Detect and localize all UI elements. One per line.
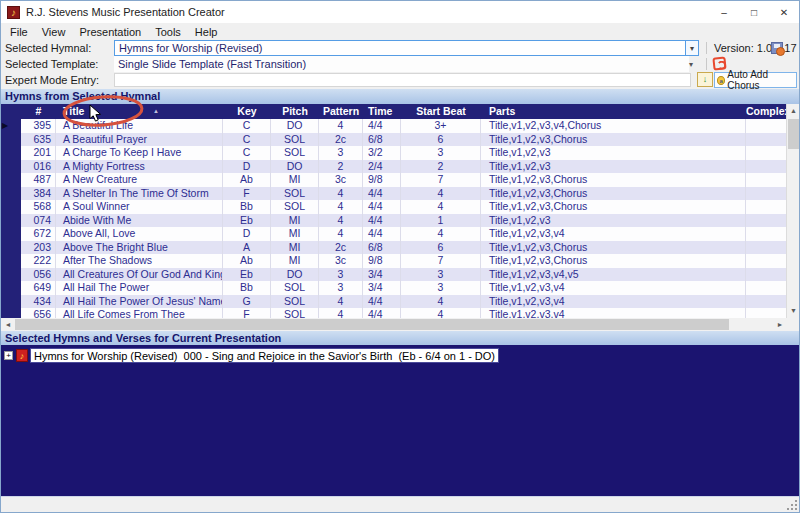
cell-time[interactable]: 4/4 xyxy=(363,119,401,133)
cell-number[interactable]: 384 xyxy=(21,187,56,201)
cell-number[interactable]: 649 xyxy=(21,281,56,295)
import-button[interactable]: ↓ xyxy=(697,72,713,87)
scroll-left-icon[interactable]: ◄ xyxy=(1,318,15,331)
cell-number[interactable]: 201 xyxy=(21,146,56,160)
expert-mode-entry-input[interactable] xyxy=(114,73,691,87)
hymnal-dropdown-arrow-icon[interactable]: ▾ xyxy=(685,41,698,55)
cell-pattern[interactable]: 4 xyxy=(319,119,363,133)
cell-time[interactable]: 3/4 xyxy=(363,268,401,282)
menu-presentation[interactable]: Presentation xyxy=(72,26,148,38)
horizontal-scrollbar-thumb[interactable] xyxy=(15,319,729,330)
table-row[interactable]: 384A Shelter In The Time Of StormFSOL44/… xyxy=(1,187,787,201)
cell-complex[interactable] xyxy=(746,160,787,174)
save-disk-icon[interactable] xyxy=(771,42,783,54)
cell-complex[interactable] xyxy=(746,281,787,295)
cell-key[interactable]: C xyxy=(223,133,271,147)
cell-time[interactable]: 9/8 xyxy=(363,173,401,187)
cell-key[interactable]: F xyxy=(223,187,271,201)
cell-parts[interactable]: Title,v1,v2,v3,Chorus xyxy=(481,254,746,268)
cell-pitch[interactable]: DO xyxy=(271,119,319,133)
cell-parts[interactable]: Title,v1,v2,v3,v4 xyxy=(481,227,746,241)
table-row[interactable]: 203Above The Bright BlueAMI2c6/86Title,v… xyxy=(1,241,787,255)
table-row[interactable]: 222After The ShadowsAbMI3c9/87Title,v1,v… xyxy=(1,254,787,268)
cell-parts[interactable]: Title,v1,v2,v3,v4,v5 xyxy=(481,268,746,282)
cell-title[interactable]: Above The Bright Blue xyxy=(56,241,223,255)
cell-time[interactable]: 2/4 xyxy=(363,160,401,174)
cell-number[interactable]: 074 xyxy=(21,214,56,228)
cell-start-beat[interactable]: 7 xyxy=(401,173,481,187)
template-combobox[interactable]: Single Slide Template (Fast Transition) xyxy=(114,56,689,72)
cell-pitch[interactable]: SOL xyxy=(271,308,319,318)
row-header[interactable] xyxy=(1,268,21,282)
cell-number[interactable]: 016 xyxy=(21,160,56,174)
cell-time[interactable]: 4/4 xyxy=(363,308,401,318)
cell-complex[interactable] xyxy=(746,133,787,147)
cell-pitch[interactable]: SOL xyxy=(271,146,319,160)
cell-key[interactable]: D xyxy=(223,227,271,241)
cell-complex[interactable] xyxy=(746,214,787,228)
table-row[interactable]: 672Above All, LoveDMI44/44Title,v1,v2,v3… xyxy=(1,227,787,241)
column-header-parts[interactable]: Parts xyxy=(481,104,746,119)
cell-time[interactable]: 4/4 xyxy=(363,214,401,228)
cell-pattern[interactable]: 4 xyxy=(319,200,363,214)
list-item[interactable]: + ♪ Hymns for Worship (Revised) 000 - Si… xyxy=(4,348,499,363)
cell-key[interactable]: Ab xyxy=(223,173,271,187)
menu-view[interactable]: View xyxy=(35,26,73,38)
table-row[interactable]: 201A Charge To Keep I HaveCSOL33/23Title… xyxy=(1,146,787,160)
row-header[interactable] xyxy=(1,146,21,160)
scroll-up-icon[interactable]: ▲ xyxy=(787,104,800,118)
column-header-start-beat[interactable]: Start Beat xyxy=(401,104,481,119)
cell-pattern[interactable]: 2c xyxy=(319,241,363,255)
cell-pitch[interactable]: DO xyxy=(271,160,319,174)
cell-title[interactable]: Above All, Love xyxy=(56,227,223,241)
cell-complex[interactable] xyxy=(746,119,787,133)
cell-pitch[interactable]: MI xyxy=(271,227,319,241)
row-header[interactable] xyxy=(1,160,21,174)
row-header[interactable] xyxy=(1,241,21,255)
cell-pitch[interactable]: DO xyxy=(271,268,319,282)
powerpoint-icon[interactable] xyxy=(712,56,726,70)
row-header[interactable] xyxy=(1,295,21,309)
cell-pitch[interactable]: SOL xyxy=(271,187,319,201)
cell-title[interactable]: Abide With Me xyxy=(56,214,223,228)
cell-pitch[interactable]: MI xyxy=(271,254,319,268)
cell-complex[interactable] xyxy=(746,295,787,309)
cell-complex[interactable] xyxy=(746,146,787,160)
cell-start-beat[interactable]: 4 xyxy=(401,227,481,241)
cell-time[interactable]: 9/8 xyxy=(363,254,401,268)
vertical-scrollbar-thumb[interactable] xyxy=(788,119,799,149)
cell-number[interactable]: 222 xyxy=(21,254,56,268)
tree-expand-icon[interactable]: + xyxy=(4,351,13,360)
cell-time[interactable]: 3/4 xyxy=(363,281,401,295)
row-header[interactable] xyxy=(1,308,21,318)
cell-number[interactable]: 635 xyxy=(21,133,56,147)
column-header-key[interactable]: Key xyxy=(223,104,271,119)
cell-pattern[interactable]: 3c xyxy=(319,254,363,268)
cell-pattern[interactable]: 4 xyxy=(319,214,363,228)
cell-pattern[interactable]: 4 xyxy=(319,295,363,309)
cell-start-beat[interactable]: 4 xyxy=(401,200,481,214)
cell-start-beat[interactable]: 3 xyxy=(401,146,481,160)
table-row[interactable]: 016A Mighty FortressDDO22/42Title,v1,v2,… xyxy=(1,160,787,174)
presentation-tree-panel[interactable]: + ♪ Hymns for Worship (Revised) 000 - Si… xyxy=(1,345,799,498)
cell-number[interactable]: 487 xyxy=(21,173,56,187)
column-header-pattern[interactable]: Pattern xyxy=(319,104,363,119)
row-header[interactable] xyxy=(1,254,21,268)
cell-pattern[interactable]: 3 xyxy=(319,146,363,160)
scroll-down-icon[interactable]: ▼ xyxy=(787,304,800,318)
cell-time[interactable]: 6/8 xyxy=(363,133,401,147)
hymnal-combobox[interactable]: Hymns for Worship (Revised) ▾ xyxy=(114,40,699,56)
table-row[interactable]: 074Abide With MeEbMI44/41Title,v1,v2,v3 xyxy=(1,214,787,228)
column-header-time[interactable]: Time xyxy=(363,104,401,119)
cell-pattern[interactable]: 3 xyxy=(319,281,363,295)
cell-start-beat[interactable]: 1 xyxy=(401,214,481,228)
cell-pattern[interactable]: 4 xyxy=(319,308,363,318)
menu-tools[interactable]: Tools xyxy=(148,26,188,38)
cell-parts[interactable]: Title,v1,v2,v3 xyxy=(481,160,746,174)
cell-key[interactable]: Ab xyxy=(223,254,271,268)
auto-add-chorus-toggle[interactable]: a Auto Add Chorus xyxy=(714,72,797,88)
cell-start-beat[interactable]: 3+ xyxy=(401,119,481,133)
cell-key[interactable]: Eb xyxy=(223,268,271,282)
cell-time[interactable]: 4/4 xyxy=(363,200,401,214)
cell-key[interactable]: F xyxy=(223,308,271,318)
